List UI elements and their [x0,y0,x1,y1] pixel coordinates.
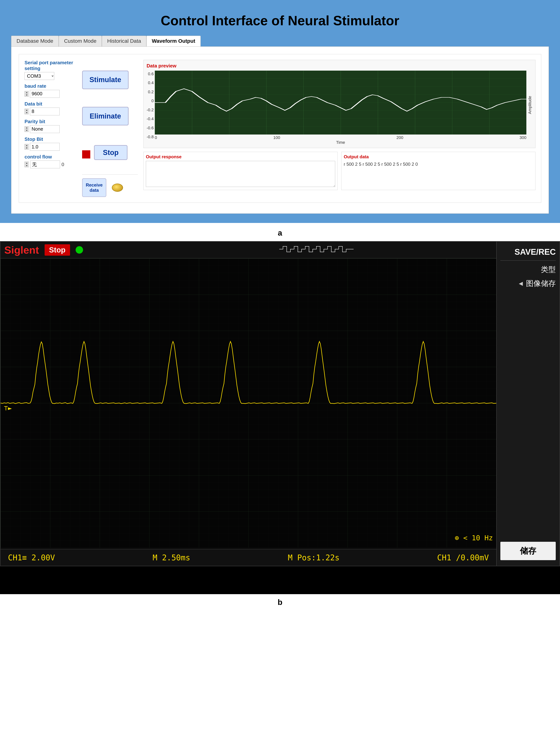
chart-section: Data preview 0.6 0.4 0.2 0 -0.2 -0.4 -0.… [144,60,536,148]
scope-grid-svg: ⊤► ⊕ < 10 Hz [1,259,496,548]
stop-row: Stop [82,145,138,164]
bottom-sections: Output response Output data r 500 2 5 r … [144,152,536,190]
svg-rect-1 [155,71,526,134]
data-bit-input[interactable]: 8 [30,108,60,115]
content-panel: Serial port parameter setting COM3 baud … [11,47,549,214]
data-bit-label: Data bit [24,101,77,107]
baud-rate-input[interactable]: 9600 [30,90,60,98]
y-tick-0: 0 [152,98,154,103]
output-response-label: Output response [146,154,335,159]
tab-database-mode[interactable]: Database Mode [11,36,59,47]
parity-up[interactable]: ▲ [25,126,29,129]
baud-rate-up[interactable]: ▲ [25,91,29,94]
parity-group: Parity bit ▲ ▼ None [24,119,77,133]
com-select[interactable]: COM3 [24,72,54,80]
baud-rate-down[interactable]: ▼ [25,94,29,96]
scope-main-display: ⊤► ⊕ < 10 Hz [1,259,496,549]
control-flow-input[interactable]: 无 [30,161,60,168]
x-tick-200: 200 [396,135,403,140]
led-indicator [112,184,123,192]
stimulate-button[interactable]: Stimulate [82,71,128,89]
main-title: Control Interface of Neural Stimulator [11,7,549,36]
data-bit-row: ▲ ▼ 8 [24,108,77,115]
control-flow-row: ▲ ▼ 无 0 [24,161,77,168]
serial-port-group: Serial port parameter setting COM3 [24,60,77,80]
stop-bit-input[interactable]: 1.0 [30,143,60,151]
y-tick-n0p6: -0.6 [147,125,154,130]
scope-wave-display [89,245,544,255]
baud-rate-spinbox[interactable]: ▲ ▼ [24,91,29,97]
y-tick-0p2: 0.2 [148,90,154,94]
mpos: M Pos:1.22s [288,553,340,562]
parity-input[interactable]: None [30,125,60,133]
scope-right-panel: SAVE/REC 类型 ◄ 图像储存 储存 [496,242,559,566]
stop-bit-spinbox[interactable]: ▲ ▼ [24,144,29,150]
control-flow-zero: 0 [62,162,64,167]
scope-stop-badge: Stop [44,244,70,256]
parity-spinbox[interactable]: ▲ ▼ [24,126,29,132]
stop-bit-label: Stop Bit [24,136,77,142]
scope-type-item[interactable]: 类型 [500,264,556,275]
scope-topbar: Siglent Stop ⊞ [1,242,559,259]
parity-label: Parity bit [24,119,77,124]
baud-rate-label: baud rate [24,83,77,89]
mid-bottom: Receive data [82,174,138,197]
middle-column: Stimulate Eliminate Stop Receive data [82,60,138,197]
chart-svg [155,71,526,134]
output-response-section: Output response [144,152,338,190]
caption-b: b [0,594,560,611]
left-column: Serial port parameter setting COM3 baud … [24,60,77,197]
oscilloscope-screen: Siglent Stop ⊞ [0,241,560,566]
stop-button[interactable]: Stop [94,145,127,160]
scope-bottom-bar: CH1≡ 2.00V M 2.50ms M Pos:1.22s CH1 /0.0… [1,549,496,566]
tab-custom-mode[interactable]: Custom Mode [59,36,102,47]
eliminate-button[interactable]: Eliminate [82,107,128,125]
part-a: Control Interface of Neural Stimulator D… [0,0,560,223]
parity-down[interactable]: ▼ [25,129,29,132]
scope-brand: Siglent [4,244,39,256]
y-tick-0p6: 0.6 [148,72,154,76]
data-bit-down[interactable]: ▼ [25,111,29,114]
control-flow-label: control flow [24,154,77,160]
output-data-value: r 500 2 5 r 500 2 5 r 500 2 5 r 500 2 0 [344,161,533,168]
output-data-section: Output data r 500 2 5 r 500 2 5 r 500 2 … [341,152,536,190]
scope-save-rec-title: SAVE/REC [500,247,556,257]
y-axis-label: Amplitude [528,71,532,140]
stop-square-icon [82,150,90,159]
stop-bit-group: Stop Bit ▲ ▼ 1.0 [24,136,77,151]
x-tick-100: 100 [273,135,280,140]
y-tick-n0p8: -0.8 [147,134,154,140]
data-bit-up[interactable]: ▲ [25,109,29,111]
chart-canvas [155,71,526,134]
scope-store-button[interactable]: 储存 [500,542,556,560]
scope-image-store-item[interactable]: ◄ 图像储存 [500,278,556,288]
x-tick-300: 300 [520,135,526,140]
stop-bit-row: ▲ ▼ 1.0 [24,143,77,151]
caption-a: a [0,223,560,241]
baud-rate-row: ▲ ▼ 9600 [24,90,77,98]
svg-text:⊕ < 10 Hz: ⊕ < 10 Hz [455,534,493,542]
control-flow-group: control flow ▲ ▼ 无 0 [24,154,77,168]
control-flow-down[interactable]: ▼ [25,164,29,167]
tab-waveform-output[interactable]: Waveform Output [147,36,201,47]
y-tick-n0p4: -0.4 [147,116,154,121]
svg-text:⊤►: ⊤► [4,404,12,412]
stop-bit-up[interactable]: ▲ [25,144,29,147]
control-flow-up[interactable]: ▲ [25,162,29,164]
scope-green-indicator [76,246,83,254]
tab-bar: Database Mode Custom Mode Historical Dat… [11,36,549,47]
y-tick-n0p2: -0.2 [147,108,154,112]
tab-historical-data[interactable]: Historical Data [102,36,147,47]
control-flow-spinbox[interactable]: ▲ ▼ [24,162,29,167]
output-response-textarea[interactable] [146,161,335,187]
data-bit-spinbox[interactable]: ▲ ▼ [24,109,29,114]
output-data-label: Output data [344,154,533,159]
stop-bit-down[interactable]: ▼ [25,147,29,150]
x-axis-label: Time [155,140,526,145]
data-bit-group: Data bit ▲ ▼ 8 [24,101,77,115]
ch1-mv: CH1 /0.00mV [437,553,489,562]
receive-data-button[interactable]: Receive data [82,178,106,197]
timebase: M 2.50ms [153,553,190,562]
scope-arrow-icon: ◄ [518,280,524,287]
inner-panel: Serial port parameter setting COM3 baud … [19,54,541,203]
